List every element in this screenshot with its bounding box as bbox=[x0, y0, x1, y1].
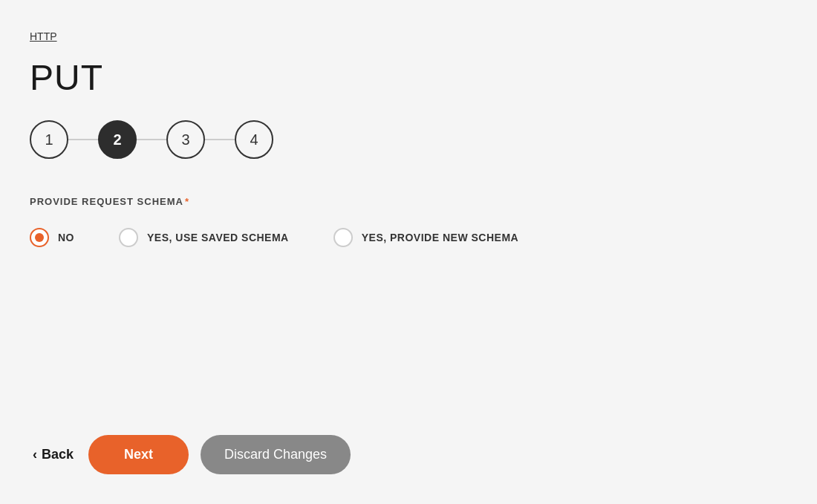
radio-option-use-saved[interactable]: YES, USE SAVED SCHEMA bbox=[119, 228, 289, 247]
radio-circle-use-saved[interactable] bbox=[119, 228, 138, 247]
step-3[interactable]: 3 bbox=[166, 120, 205, 159]
step-connector-3 bbox=[205, 139, 235, 140]
radio-label-no: NO bbox=[58, 232, 74, 243]
radio-option-no[interactable]: NO bbox=[30, 228, 74, 247]
radio-label-provide-new: YES, PROVIDE NEW SCHEMA bbox=[362, 232, 518, 243]
radio-group: NO YES, USE SAVED SCHEMA YES, PROVIDE NE… bbox=[30, 228, 787, 247]
back-chevron-icon: ‹ bbox=[33, 447, 37, 462]
required-star: * bbox=[185, 196, 189, 207]
stepper: 1 2 3 4 bbox=[30, 120, 787, 159]
back-button[interactable]: ‹ Back bbox=[30, 441, 77, 468]
radio-circle-provide-new[interactable] bbox=[333, 228, 353, 247]
radio-option-provide-new[interactable]: YES, PROVIDE NEW SCHEMA bbox=[333, 228, 518, 247]
breadcrumb-link[interactable]: HTTP bbox=[30, 30, 57, 42]
back-label: Back bbox=[42, 447, 74, 462]
radio-label-use-saved: YES, USE SAVED SCHEMA bbox=[147, 232, 289, 243]
next-button[interactable]: Next bbox=[88, 435, 189, 474]
discard-button[interactable]: Discard Changes bbox=[201, 435, 351, 474]
step-2[interactable]: 2 bbox=[98, 120, 137, 159]
page-title: PUT bbox=[30, 57, 787, 98]
step-connector-2 bbox=[137, 139, 166, 140]
step-1[interactable]: 1 bbox=[30, 120, 68, 159]
section-label: PROVIDE REQUEST SCHEMA* bbox=[30, 196, 787, 207]
step-4[interactable]: 4 bbox=[235, 120, 273, 159]
button-row: ‹ Back Next Discard Changes bbox=[30, 435, 351, 474]
radio-circle-no[interactable] bbox=[30, 228, 49, 247]
page-container: HTTP PUT 1 2 3 4 PROVIDE REQUEST SCHEMA*… bbox=[0, 0, 817, 504]
step-connector-1 bbox=[68, 139, 98, 140]
